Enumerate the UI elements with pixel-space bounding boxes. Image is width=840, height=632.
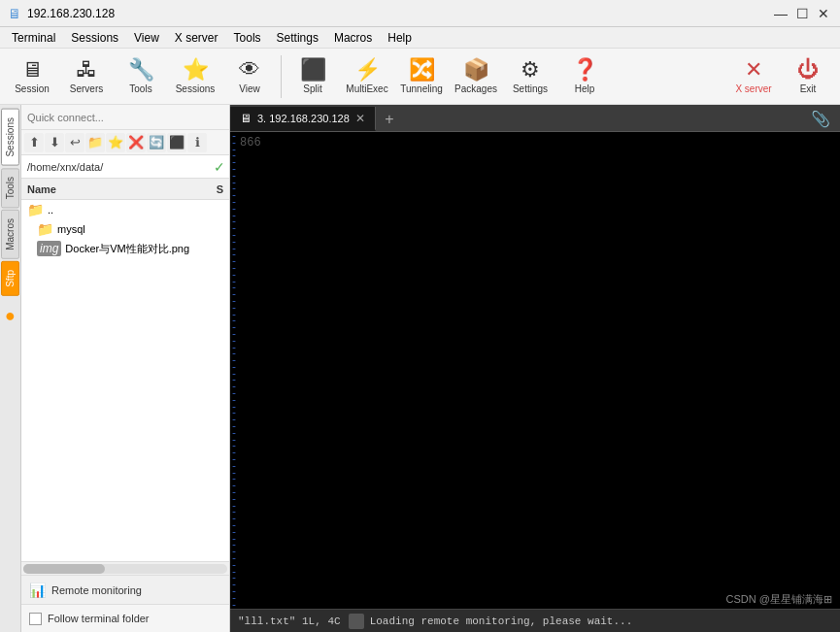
window-controls: — ☐ ✕ [772,5,832,22]
multiexec-icon: ⚡ [354,59,381,81]
loading-text: Loading remote monitoring, please wait..… [370,615,633,627]
loading-icon [349,614,364,629]
file-panel: ⬆ ⬇ ↩ 📁 ⭐ ❌ 🔄 ⬛ ℹ ✓ Name S 📁 .. [21,105,230,632]
column-name: Name [27,183,217,195]
list-item[interactable]: img Docker与VM性能对比.png [21,239,229,258]
tab-icon: 🖥 [240,112,252,125]
image-file-icon: img [37,241,61,256]
list-item[interactable]: 📁 .. [21,200,229,219]
sessions-button[interactable]: ⭐ Sessions [169,51,221,102]
bookmark-button[interactable]: ⭐ [106,133,125,152]
view-button[interactable]: 👁 View [223,51,276,102]
help-icon: ❓ [572,59,598,81]
sidebar-tab-sftp[interactable]: Sftp [1,261,19,296]
file-name: .. [48,204,53,216]
sidebar-tab-macros[interactable]: Macros [1,210,19,259]
sidebar-tab-sessions[interactable]: Sessions [1,109,19,166]
remote-monitoring-icon: 📊 [29,582,46,598]
folder-icon: 📁 [37,221,53,237]
terminal-content[interactable]: 866 [230,132,840,609]
session-icon: 🖥 [21,59,43,81]
list-item[interactable]: 📁 mysql [21,219,229,239]
settings-icon: ⚙ [521,59,540,81]
download-button[interactable]: ⬇ [45,133,64,152]
new-folder-button[interactable]: 📁 [85,133,105,152]
menu-settings[interactable]: Settings [269,29,326,47]
maximize-button[interactable]: ☐ [793,5,811,22]
file-list: 📁 .. 📁 mysql img Docker与VM性能对比.png [21,200,229,561]
file-name: mysql [57,223,85,235]
tunneling-button[interactable]: 🔀 Tunneling [395,51,448,102]
back-button[interactable]: ↩ [65,133,84,152]
upload-button[interactable]: ⬆ [24,133,44,152]
split-button[interactable]: ⬛ Split [286,51,339,102]
toolbar-right: ✕ X server ⏻ Exit [727,51,834,102]
remote-monitoring-label: Remote monitoring [51,584,142,596]
settings-button[interactable]: ⚙ Settings [504,51,556,102]
menu-help[interactable]: Help [380,29,420,47]
multiexec-button[interactable]: ⚡ MultiExec [341,51,393,102]
tab-session-3[interactable]: 🖥 3. 192.168.230.128 ✕ [230,107,376,131]
terminal-status-text: "lll.txt" 1L, 4C [238,615,341,627]
packages-icon: 📦 [463,59,489,81]
menu-sessions[interactable]: Sessions [63,29,126,47]
horizontal-scrollbar[interactable] [21,561,229,575]
sidebar-tabs: Sessions Tools Macros Sftp ● [0,105,21,632]
line-decorations [230,132,238,609]
sftp-indicator: ● [5,306,16,326]
tunneling-icon: 🔀 [409,59,435,81]
menu-xserver[interactable]: X server [167,29,226,47]
tools-button[interactable]: 🔧 Tools [115,51,167,102]
exit-button[interactable]: ⏻ Exit [782,51,834,102]
tab-bar: 🖥 3. 192.168.230.128 ✕ + [230,105,840,132]
folder-icon: 📁 [27,202,44,217]
menu-bar: Terminal Sessions View X server Tools Se… [0,27,840,49]
app-icon: 🖥 [8,6,21,21]
menu-macros[interactable]: Macros [326,29,380,47]
menu-view[interactable]: View [126,29,167,47]
path-input[interactable] [27,161,223,173]
column-size: S [217,183,223,195]
terminal-bottom-bar: "lll.txt" 1L, 4C Loading remote monitori… [230,609,840,632]
session-button[interactable]: 🖥 Session [6,51,58,102]
path-bar: ✓ [21,155,229,179]
tab-label: 3. 192.168.230.128 [257,113,350,124]
remote-monitoring-button[interactable]: 📊 Remote monitoring [21,576,229,605]
menu-terminal[interactable]: Terminal [4,29,63,47]
servers-button[interactable]: 🖧 Servers [60,51,113,102]
minimize-button[interactable]: — [772,5,790,22]
close-button[interactable]: ✕ [815,5,832,22]
attachment-icon[interactable]: 📎 [811,110,830,128]
xserver-button[interactable]: ✕ X server [727,51,780,102]
packages-button[interactable]: 📦 Packages [450,51,502,102]
terminal-area: 🖥 3. 192.168.230.128 ✕ + [230,105,840,632]
main-layout: Sessions Tools Macros Sftp ● ⬆ ⬇ ↩ 📁 ⭐ ❌… [0,105,840,632]
refresh-button[interactable]: 🔄 [147,133,166,152]
title-bar: 🖥 192.168.230.128 — ☐ ✕ [0,0,840,27]
xserver-icon: ✕ [745,59,762,81]
exit-icon: ⏻ [797,59,819,81]
help-button[interactable]: ❓ Help [558,51,611,102]
tab-add-button[interactable]: + [376,107,403,131]
tab-close-icon[interactable]: ✕ [355,112,365,125]
file-panel-bottom: 📊 Remote monitoring Follow terminal fold… [21,575,229,632]
tools-icon: 🔧 [128,59,154,81]
star-icon: ⭐ [183,59,209,81]
toolbar: 🖥 Session 🖧 Servers 🔧 Tools ⭐ Sessions 👁… [0,49,840,105]
delete-button[interactable]: ❌ [126,133,146,152]
follow-terminal-checkbox[interactable] [29,613,42,625]
toolbar-sep-1 [281,55,282,98]
watermark: CSDN @星星铺满海⊞ [726,592,832,607]
properties-button[interactable]: ⬛ [167,133,186,152]
view-icon: 👁 [239,59,260,81]
menu-tools[interactable]: Tools [226,29,269,47]
file-name: Docker与VM性能对比.png [65,242,189,256]
follow-terminal-row: Follow terminal folder [21,605,229,632]
sidebar-tab-tools[interactable]: Tools [1,168,19,208]
quick-connect-input[interactable] [27,112,223,123]
line-number: 866 [240,136,261,150]
file-list-header: Name S [21,179,229,200]
info-button[interactable]: ℹ [187,133,207,152]
title-text: 192.168.230.128 [27,7,115,20]
servers-icon: 🖧 [76,59,97,81]
